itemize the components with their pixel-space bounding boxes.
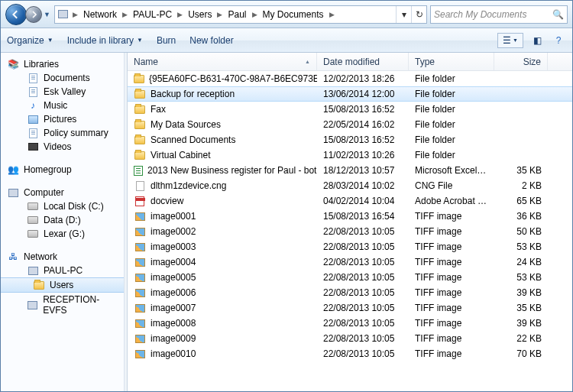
address-dropdown[interactable]: ▾: [396, 6, 411, 23]
forward-button[interactable]: [25, 6, 42, 23]
tree-users[interactable]: Users: [1, 277, 124, 293]
tree-local-c[interactable]: Local Disk (C:): [1, 199, 124, 213]
videos-icon: [27, 141, 39, 152]
breadcrumb-bar[interactable]: ▶ Network ▶ PAUL-PC ▶ Users ▶ Paul ▶ My …: [54, 5, 427, 24]
folder-icon: [134, 73, 144, 84]
nav-history-dropdown[interactable]: ▼: [42, 11, 51, 18]
tree-reception[interactable]: RECEPTION-EVFS: [1, 293, 124, 317]
breadcrumb-sep[interactable]: ▶: [120, 11, 130, 18]
file-row[interactable]: Backup for reception13/06/2014 12:00File…: [128, 86, 572, 102]
breadcrumb-sep[interactable]: ▶: [175, 11, 185, 18]
file-name: My Data Sources: [151, 119, 221, 130]
file-name: docview: [151, 196, 183, 206]
file-size: 50 KB: [494, 226, 548, 237]
tree-data-d[interactable]: Data (D:): [1, 213, 124, 227]
file-date: 13/06/2014 12:00: [317, 89, 409, 99]
file-row[interactable]: Scanned Documents15/08/2013 16:52File fo…: [128, 132, 572, 147]
tree-music[interactable]: ♪Music: [1, 99, 124, 112]
file-name: image0009: [151, 333, 196, 344]
file-rows[interactable]: {95EA60FC-B631-470C-98A7-B6EC973B6…12/02…: [128, 71, 572, 391]
file-row[interactable]: image000822/08/2013 10:05TIFF image39 KB: [128, 316, 572, 331]
back-button[interactable]: [5, 4, 27, 25]
tree-documents[interactable]: Documents: [1, 71, 124, 85]
file-date: 22/08/2013 10:05: [317, 226, 409, 237]
file-size: 35 KB: [494, 165, 548, 176]
file-type: TIFF image: [409, 303, 494, 313]
organize-menu[interactable]: Organize▼: [7, 35, 53, 46]
breadcrumb-sep[interactable]: ▶: [215, 11, 225, 18]
computer-icon: [27, 300, 38, 310]
library-icon: [27, 86, 39, 97]
tiff-icon: [134, 318, 146, 329]
tree-videos[interactable]: Videos: [1, 140, 124, 154]
search-box[interactable]: Search My Documents 🔍: [430, 5, 568, 24]
tree-paulpc[interactable]: PAUL-PC: [1, 264, 124, 277]
file-size: 53 KB: [494, 241, 548, 252]
include-in-library-menu[interactable]: Include in library▼: [67, 35, 143, 46]
folder-icon: [134, 104, 146, 115]
file-date: 22/08/2013 10:05: [317, 303, 409, 313]
share-folder-icon: [33, 280, 45, 290]
command-bar: Organize▼ Include in library▼ Burn New f…: [1, 28, 572, 53]
breadcrumb-paul[interactable]: Paul: [225, 6, 249, 23]
tree-pictures[interactable]: Pictures: [1, 112, 124, 126]
tree-computer[interactable]: Computer: [1, 186, 124, 199]
column-type[interactable]: Type: [409, 53, 494, 70]
column-name[interactable]: Name▲: [128, 53, 317, 70]
column-size[interactable]: Size: [494, 53, 548, 70]
file-name: Scanned Documents: [151, 134, 235, 145]
tree-policy[interactable]: Policy summary: [1, 126, 124, 140]
file-row[interactable]: image000422/08/2013 10:05TIFF image24 KB: [128, 254, 572, 270]
file-row[interactable]: docview04/02/2014 10:04Adobe Acrobat D…6…: [128, 193, 572, 209]
file-row[interactable]: image000622/08/2013 10:05TIFF image39 KB: [128, 285, 572, 300]
tree-homegroup[interactable]: 👥Homegroup: [1, 163, 124, 177]
tiff-icon: [134, 287, 146, 298]
file-name: image0007: [151, 303, 196, 313]
file-row[interactable]: image000922/08/2013 10:05TIFF image22 KB: [128, 331, 572, 346]
column-date[interactable]: Date modified: [317, 53, 409, 70]
navigation-pane[interactable]: 📚 Libraries Documents Esk Valley ♪Music …: [1, 53, 125, 391]
help-button[interactable]: ?: [551, 35, 566, 46]
file-row[interactable]: image000722/08/2013 10:05TIFF image35 KB: [128, 300, 572, 316]
change-view-button[interactable]: ☰▼: [497, 33, 523, 48]
tree-libraries[interactable]: 📚 Libraries: [1, 57, 124, 71]
breadcrumb-network[interactable]: Network: [80, 6, 120, 23]
file-list-pane: Name▲ Date modified Type Size {95EA60FC-…: [128, 53, 572, 391]
file-row[interactable]: dlthm1zdevice.cng28/03/2014 10:02CNG Fil…: [128, 178, 572, 193]
file-row[interactable]: image000522/08/2013 10:05TIFF image53 KB: [128, 270, 572, 285]
breadcrumb-sep[interactable]: ▶: [250, 11, 260, 18]
drive-icon: [27, 201, 39, 212]
file-type: CNG File: [409, 180, 494, 191]
column-headers: Name▲ Date modified Type Size: [128, 53, 572, 71]
tiff-icon: [134, 257, 146, 267]
breadcrumb-paulpc[interactable]: PAUL-PC: [130, 6, 175, 23]
tree-eskvalley[interactable]: Esk Valley: [1, 85, 124, 99]
file-row[interactable]: 2013 New Business register for Paul - bo…: [128, 163, 572, 178]
file-row[interactable]: My Data Sources22/05/2014 16:02File fold…: [128, 117, 572, 132]
breadcrumb-root-sep[interactable]: ▶: [70, 11, 80, 18]
file-size: 2 KB: [494, 180, 548, 191]
file-row[interactable]: image000322/08/2013 10:05TIFF image53 KB: [128, 239, 572, 254]
file-date: 22/08/2013 10:05: [317, 348, 409, 359]
file-row[interactable]: image000222/08/2013 10:05TIFF image50 KB: [128, 224, 572, 239]
breadcrumb-sep[interactable]: ▶: [327, 11, 337, 18]
file-size: 70 KB: [494, 348, 548, 359]
file-row[interactable]: {95EA60FC-B631-470C-98A7-B6EC973B6…12/02…: [128, 71, 572, 86]
refresh-button[interactable]: ↻: [411, 6, 426, 23]
tiff-icon: [134, 303, 146, 313]
file-type: TIFF image: [409, 211, 494, 222]
pictures-icon: [27, 114, 39, 125]
tree-lexar-g[interactable]: Lexar (G:): [1, 227, 124, 241]
file-row[interactable]: image000115/08/2013 16:54TIFF image36 KB: [128, 209, 572, 224]
preview-pane-button[interactable]: ◧: [529, 35, 545, 46]
burn-button[interactable]: Burn: [157, 35, 176, 46]
file-name: Backup for reception: [151, 89, 235, 99]
file-row[interactable]: Fax15/08/2013 16:52File folder: [128, 102, 572, 117]
breadcrumb-mydocuments[interactable]: My Documents: [260, 6, 327, 23]
new-folder-button[interactable]: New folder: [189, 35, 233, 46]
breadcrumb-users[interactable]: Users: [185, 6, 215, 23]
tree-network[interactable]: 🖧Network: [1, 250, 124, 264]
file-row[interactable]: Virtual Cabinet11/02/2013 10:26File fold…: [128, 147, 572, 163]
file-row[interactable]: image001022/08/2013 10:05TIFF image70 KB: [128, 346, 572, 361]
file-date: 22/08/2013 10:05: [317, 333, 409, 344]
